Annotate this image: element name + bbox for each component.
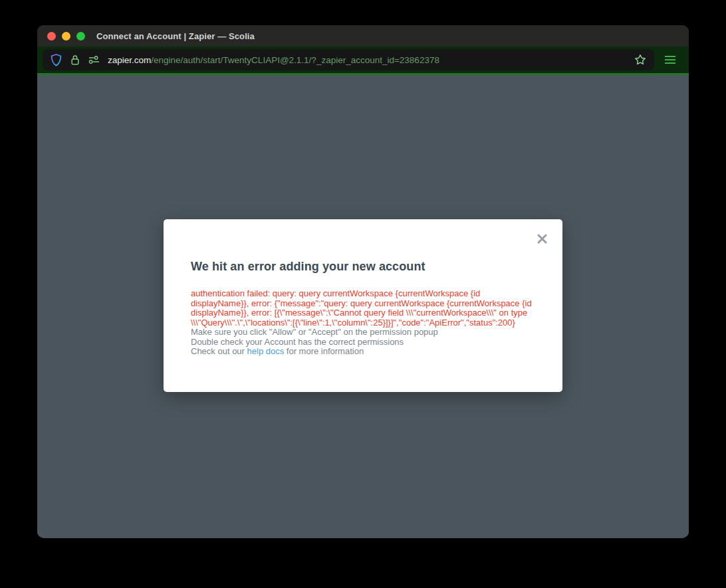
site-permissions-icon[interactable] [88, 55, 100, 64]
hint-allow-accept: Make sure you click "Allow" or "Accept" … [191, 328, 535, 338]
desktop-background: Connect an Account | Zapier — Scolia [0, 0, 726, 588]
hamburger-menu-icon [664, 55, 676, 64]
modal-close-button[interactable] [534, 231, 550, 246]
hint-help-prefix: Check out our [191, 346, 247, 356]
minimize-window-button[interactable] [62, 32, 70, 41]
hint-help-suffix: for more information [284, 346, 364, 356]
hint-check-permissions: Double check your Account has the correc… [191, 338, 535, 347]
zoom-window-button[interactable] [76, 32, 85, 41]
hint-help-docs: Check out our help docs for more informa… [191, 347, 535, 357]
page-content: We hit an error adding your new account … [37, 75, 689, 536]
bookmark-star-icon[interactable] [634, 54, 646, 66]
traffic-lights [47, 32, 85, 41]
modal-body: authentication failed: query: query curr… [191, 289, 535, 357]
url-host: zapier.com [108, 55, 151, 65]
modal-title: We hit an error adding your new account [191, 259, 535, 274]
error-message: authentication failed: query: query curr… [191, 289, 535, 328]
close-window-button[interactable] [47, 32, 56, 41]
close-icon [537, 234, 547, 244]
error-modal: We hit an error adding your new account … [164, 219, 562, 392]
window-title: Connect an Account | Zapier — Scolia [96, 31, 255, 41]
connection-secure-lock-icon[interactable] [70, 54, 80, 66]
titlebar[interactable]: Connect an Account | Zapier — Scolia [37, 25, 689, 47]
browser-window: Connect an Account | Zapier — Scolia [37, 25, 689, 538]
address-bar[interactable]: zapier.com/engine/auth/start/TwentyCLIAP… [43, 49, 654, 70]
browser-toolbar: zapier.com/engine/auth/start/TwentyCLIAP… [37, 47, 689, 75]
url-path: /engine/auth/start/TwentyCLIAPI@2.1.1/?_… [151, 55, 439, 65]
tracking-protection-shield-icon[interactable] [51, 54, 62, 66]
app-menu-button[interactable] [657, 49, 683, 70]
url-text: zapier.com/engine/auth/start/TwentyCLIAP… [108, 55, 628, 65]
help-docs-link[interactable]: help docs [247, 346, 285, 356]
